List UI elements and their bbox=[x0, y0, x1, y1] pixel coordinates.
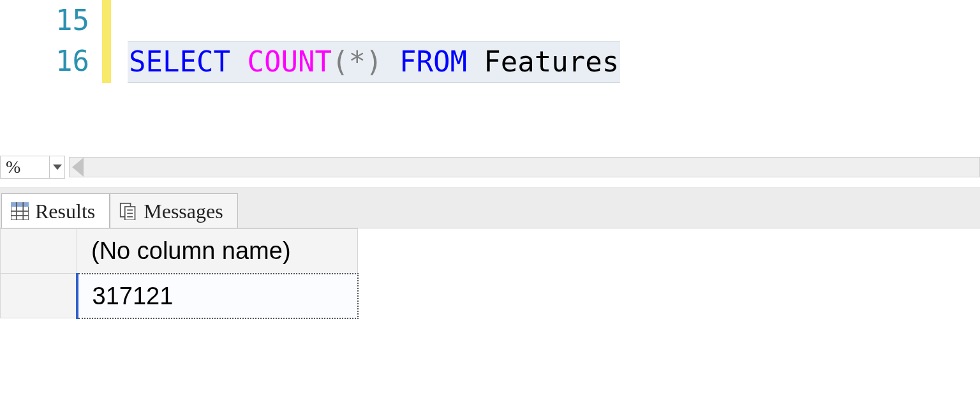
tab-results[interactable]: Results bbox=[1, 193, 110, 228]
code-line[interactable] bbox=[128, 0, 980, 41]
line-number: 16 bbox=[0, 41, 89, 82]
svg-rect-1 bbox=[11, 202, 29, 207]
grid-corner[interactable] bbox=[1, 229, 77, 274]
zoom-bar: % bbox=[0, 154, 980, 180]
code-area[interactable]: SELECT COUNT(*) FROM Features bbox=[128, 0, 980, 83]
chevron-down-icon bbox=[53, 164, 62, 170]
column-header[interactable]: (No column name) bbox=[77, 229, 358, 274]
table-row[interactable]: 317121 bbox=[1, 274, 358, 318]
zoom-level[interactable]: % bbox=[0, 156, 50, 179]
tab-messages[interactable]: Messages bbox=[110, 193, 237, 228]
sql-editor[interactable]: 15 16 SELECT COUNT(*) FROM Features bbox=[0, 0, 980, 154]
line-number-gutter: 15 16 bbox=[0, 0, 96, 154]
selection-highlight: SELECT COUNT(*) FROM Features bbox=[128, 41, 620, 83]
row-header[interactable] bbox=[1, 274, 77, 318]
results-tabstrip: Results Messages bbox=[0, 188, 980, 228]
results-grid-icon bbox=[11, 202, 29, 220]
line-number: 15 bbox=[0, 0, 89, 41]
scroll-left-icon[interactable] bbox=[72, 161, 84, 173]
results-pane: (No column name) 317121 bbox=[0, 228, 980, 393]
change-indicator bbox=[102, 0, 111, 83]
result-cell[interactable]: 317121 bbox=[77, 274, 358, 318]
tab-label: Messages bbox=[144, 201, 223, 221]
horizontal-scrollbar[interactable] bbox=[69, 157, 980, 177]
tab-label: Results bbox=[35, 201, 95, 221]
messages-icon bbox=[119, 202, 137, 220]
zoom-dropdown[interactable] bbox=[50, 156, 65, 179]
code-line[interactable]: SELECT COUNT(*) FROM Features bbox=[128, 41, 980, 83]
results-grid[interactable]: (No column name) 317121 bbox=[0, 228, 359, 319]
